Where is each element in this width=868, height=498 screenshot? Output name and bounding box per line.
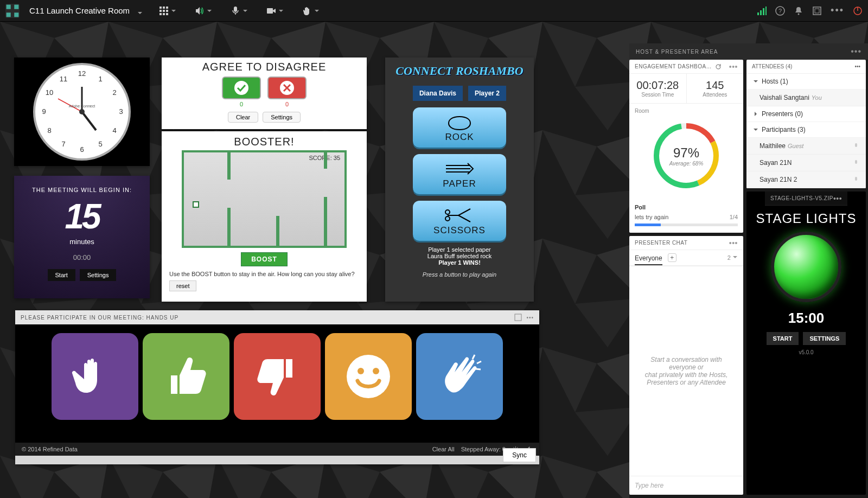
chat-tab-everyone[interactable]: Everyone <box>635 254 662 265</box>
svg-rect-7 <box>159 10 162 12</box>
hand-menu[interactable] <box>300 4 322 18</box>
sync-button[interactable]: Sync <box>503 448 536 462</box>
mic-menu[interactable] <box>228 4 250 18</box>
chat-input[interactable]: Type here <box>629 476 743 495</box>
chat-title: PRESENTER CHAT <box>635 240 687 246</box>
camera-menu[interactable] <box>264 4 286 18</box>
player2-button[interactable]: Player 2 <box>468 86 506 101</box>
agree-yes-count: 0 <box>222 101 261 107</box>
room-title[interactable]: C11 Launch Creative Room <box>29 6 130 15</box>
svg-point-49 <box>373 368 379 374</box>
agree-no-button[interactable] <box>267 76 307 99</box>
bell-icon[interactable] <box>794 6 803 16</box>
svg-rect-8 <box>163 10 165 12</box>
hands-copyright: © 2014 Refined Data <box>22 446 432 452</box>
paper-button[interactable]: PAPER <box>413 154 506 194</box>
agree-settings-button[interactable]: Settings <box>263 112 301 123</box>
layouts-menu[interactable] <box>157 4 178 18</box>
stage-start-button[interactable]: START <box>767 332 799 345</box>
svg-text:?: ? <box>778 8 782 14</box>
applaud-button[interactable] <box>416 333 503 420</box>
thumbs-down-button[interactable] <box>234 333 321 420</box>
attendee-row[interactable]: Vaishali SangtaniYou <box>746 90 866 106</box>
rock-button[interactable]: ROCK <box>413 107 506 148</box>
power-icon[interactable] <box>853 6 863 16</box>
right-sidebar: HOST & PRESENTER AREA ••• ENGAGEMENT DAS… <box>629 43 868 498</box>
hosts-section[interactable]: Hosts (1) <box>746 74 866 90</box>
more-icon[interactable]: ••• <box>831 5 844 16</box>
boost-button[interactable]: BOOST <box>241 252 288 266</box>
booster-reset-button[interactable]: reset <box>169 280 196 291</box>
svg-point-45 <box>445 216 450 221</box>
app-icon[interactable] <box>5 4 20 18</box>
top-bar: C11 Launch Creative Room ? ••• <box>0 0 868 22</box>
participants-section[interactable]: Participants (3) <box>746 122 866 138</box>
stage-options[interactable]: ••• <box>833 194 842 203</box>
svg-rect-13 <box>234 7 237 12</box>
hands-title: PLEASE PARTICIPATE IN OUR MEETING: HANDS… <box>21 315 178 321</box>
svg-point-47 <box>347 355 390 398</box>
svg-line-39 <box>82 112 96 130</box>
pod-options-icon[interactable]: ••• <box>526 315 534 321</box>
booster-field: SCORE: 35 <box>182 150 347 248</box>
presenters-section[interactable]: Presenters (0) <box>746 106 866 122</box>
chat-options[interactable]: ••• <box>729 239 738 247</box>
svg-rect-3 <box>14 12 18 17</box>
agree-pod: AGREE TO DISAGREE 0 0 Clear Settings <box>162 58 367 129</box>
svg-text:6: 6 <box>80 145 84 154</box>
attendee-row[interactable]: Sayan 21N <box>746 155 866 171</box>
clear-all-button[interactable]: Clear All <box>432 446 455 452</box>
poll-progress <box>635 224 738 226</box>
svg-text:12: 12 <box>78 69 86 78</box>
countdown-pod: THE MEETING WILL BEGIN IN: 15 minutes 00… <box>14 176 150 298</box>
attendees-options[interactable]: ••• <box>854 63 860 69</box>
room-dropdown-icon[interactable] <box>137 8 143 14</box>
player1-button[interactable]: Diana Davis <box>413 86 463 101</box>
roshambo-pod: CONNECT ROSHAMBO Diana Davis Player 2 RO… <box>385 58 534 302</box>
chat-empty-state: Start a conversation with everyone or ch… <box>629 266 743 476</box>
speaker-menu[interactable] <box>193 4 214 18</box>
attendee-row[interactable]: Sayan 21N 2 <box>746 171 866 188</box>
svg-point-21 <box>798 13 800 15</box>
booster-tip: Use the BOOST button to stay in the air.… <box>169 271 359 277</box>
connection-icon[interactable] <box>757 6 767 16</box>
svg-rect-14 <box>267 8 273 14</box>
svg-rect-23 <box>815 9 819 13</box>
svg-text:11: 11 <box>60 75 67 83</box>
session-time-label: Session Time <box>631 92 684 98</box>
fullscreen-icon[interactable] <box>812 6 822 16</box>
stage-settings-button[interactable]: SETTINGS <box>803 332 846 345</box>
svg-text:1: 1 <box>98 75 102 83</box>
scissors-button[interactable]: SCISSORS <box>413 201 506 241</box>
expand-icon[interactable] <box>514 314 522 321</box>
room-label: Room <box>629 104 743 116</box>
engagement-options[interactable]: ••• <box>729 62 738 71</box>
raise-hand-button[interactable] <box>52 333 138 420</box>
svg-text:5: 5 <box>98 140 102 148</box>
stage-light-button[interactable] <box>771 232 841 302</box>
stage-title-bar: STAGE-LIGHTS-V5.ZIP <box>770 195 833 201</box>
countdown-unit: minutes <box>69 238 94 246</box>
add-chat-tab[interactable]: + <box>668 253 676 262</box>
attendee-row[interactable]: MaithileeGuest <box>746 138 866 155</box>
stage-time: 15:00 <box>788 310 825 327</box>
countdown-settings-button[interactable]: Settings <box>80 269 117 281</box>
agree-yes-button[interactable] <box>222 76 261 99</box>
svg-rect-9 <box>166 10 168 12</box>
host-area-options[interactable]: ••• <box>851 47 861 56</box>
thumbs-up-button[interactable] <box>143 333 229 420</box>
svg-rect-56 <box>855 160 857 164</box>
help-icon[interactable]: ? <box>775 6 785 16</box>
booster-title: BOOSTER! <box>166 136 362 148</box>
stage-title: STAGE LIGHTS <box>756 211 857 226</box>
agree-clear-button[interactable]: Clear <box>228 112 258 123</box>
clock-face: 1212 345 678 91011 Adobe Connect <box>33 63 131 161</box>
session-time-value: 00:07:28 <box>631 79 684 92</box>
smile-button[interactable] <box>325 333 412 420</box>
svg-text:8: 8 <box>47 126 51 135</box>
svg-rect-11 <box>163 13 165 15</box>
refresh-icon[interactable] <box>715 63 722 70</box>
roshambo-log: Player 1 selected paper Laura Buff selec… <box>427 246 492 266</box>
countdown-start-button[interactable]: Start <box>48 269 75 281</box>
countdown-number: 15 <box>65 196 99 237</box>
